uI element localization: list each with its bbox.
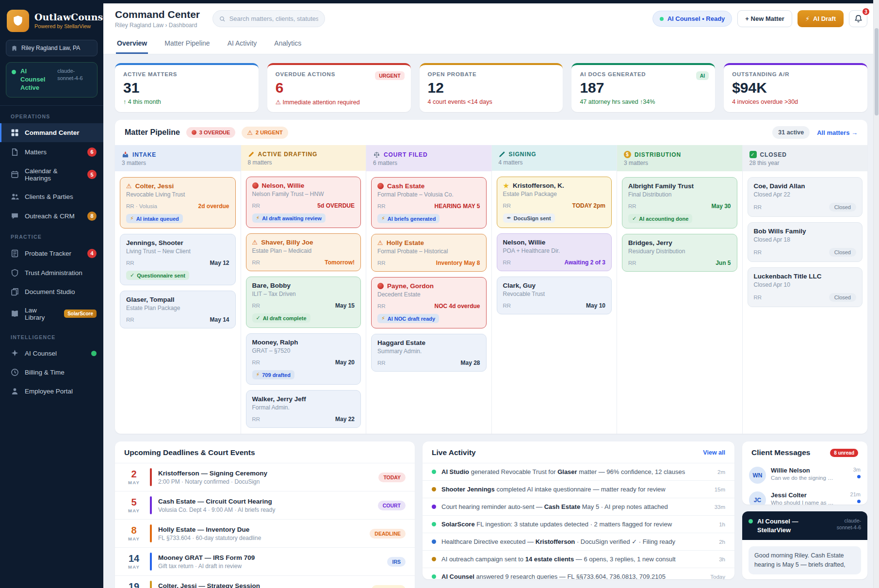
matter-card[interactable]: Payne, Gordon Decedent Estate RR NOC 4d … [371, 277, 487, 328]
sidebar-item-ai-counsel[interactable]: AI Counsel [0, 344, 103, 363]
tab-ai-activity[interactable]: AI Activity [227, 33, 258, 54]
matter-status-badge: ⚡ AI NOC draft ready [377, 314, 439, 323]
matter-card[interactable]: Albright Family Trust Final Distribution… [622, 177, 737, 229]
matter-card[interactable]: Nelson, Willie POA + Healthcare Dir. RR … [497, 233, 612, 271]
matter-card[interactable]: Haggard Estate Summary Admin. RR May 28 [371, 334, 487, 372]
matter-card[interactable]: Glaser, Tompall Estate Plan Package RR M… [120, 291, 236, 328]
notifications-button[interactable]: 3 [849, 10, 867, 27]
tab-matter-pipeline[interactable]: Matter Pipeline [163, 33, 211, 54]
ai-ready-pill[interactable]: AI Counsel • Ready [652, 11, 732, 27]
sidebar-item-matters[interactable]: Matters 6 [0, 142, 103, 162]
ai-status-card[interactable]: AI Counsel Active claude-sonnet-4-6 [6, 62, 98, 98]
tab-overview[interactable]: Overview [116, 33, 148, 54]
search-input[interactable] [229, 15, 318, 22]
deadline-row[interactable]: 2 MAY Kristofferson — Signing Ceremony 2… [115, 463, 415, 491]
kpi-card[interactable]: OUTSTANDING A/R $94K 4 invoices overdue … [724, 63, 867, 112]
matter-card[interactable]: ⚠ Holly Estate Formal Probate – Historic… [371, 234, 487, 272]
sidebar-item-label: Clients & Parties [25, 193, 73, 200]
sidebar-item-employee-portal[interactable]: Employee Portal [0, 382, 103, 401]
matter-card[interactable]: ⚠ Shaver, Billy Joe Estate Plan – Medica… [246, 233, 361, 271]
sidebar-item-document-studio[interactable]: Document Studio [0, 282, 103, 301]
pipeline-column-closed: ✓CLOSED 28 this year Coe, David Allan C [742, 145, 868, 434]
right-column: Client Messages 8 unread WN Willie Nelso… [742, 441, 867, 579]
deadline-list: 2 MAY Kristofferson — Signing Ceremony 2… [115, 463, 415, 588]
matter-due: May 28 [460, 359, 480, 366]
view-all-link[interactable]: View all [703, 449, 725, 456]
list-icon [11, 249, 19, 258]
matter-card[interactable]: Cash Estate Formal Probate – Volusia Co.… [371, 177, 487, 229]
pen-icon [499, 151, 505, 158]
sidebar-item-probate-tracker[interactable]: Probate Tracker 4 [0, 244, 103, 263]
sidebar-item-command-center[interactable]: Command Center [0, 123, 103, 142]
activity-row[interactable]: Healthcare Directive executed — Kristoff… [423, 533, 734, 550]
tab-analytics[interactable]: Analytics [273, 33, 302, 54]
matter-card[interactable]: Clark, Guy Revocable Trust RR May 10 [497, 277, 612, 314]
new-matter-button[interactable]: + New Matter [737, 10, 792, 27]
message-row[interactable]: WN Willie Nelson Can we do the signing n… [742, 463, 867, 488]
pencil-icon [248, 151, 255, 158]
scrollbar[interactable] [873, 0, 879, 588]
sidebar-item-outreach-crm[interactable]: Outreach & CRM 8 [0, 206, 103, 226]
deadline-row[interactable]: 19 MAY Colter, Jessi — Strategy Session … [115, 575, 415, 588]
matter-attorney: RR [628, 260, 636, 266]
matter-attorney: RR [754, 204, 762, 210]
column-count: 3 matters [122, 160, 234, 166]
deadline-date: 5 MAY [124, 497, 144, 513]
sidebar: OutlawCounsel Powered by StellarView Ril… [0, 0, 103, 588]
matter-due: Inventory May 8 [436, 260, 480, 266]
sidebar-item-billing-time[interactable]: Billing & Time [0, 363, 103, 382]
matter-card[interactable]: Bare, Bobby ILIT – Tax Driven RR May 15 … [246, 277, 361, 328]
matter-card[interactable]: Jennings, Shooter Living Trust – New Cli… [120, 234, 236, 285]
scrollbar-thumb[interactable] [875, 28, 879, 115]
unread-dot-icon [857, 475, 861, 478]
matter-attorney: RR [252, 359, 260, 365]
kpi-card[interactable]: OPEN PROBATE 12 4 court events <14 days [420, 63, 563, 112]
matter-card[interactable]: Coe, David Allan Closed Apr 22 RR Closed [748, 177, 863, 217]
kpi-card[interactable]: AI DOCS GENERATED 187 47 attorney hrs sa… [571, 63, 715, 112]
ai-counsel-chat-panel: AI Counsel — StellarView claude-sonnet-4… [742, 511, 867, 579]
activity-row[interactable]: Court hearing reminder auto-sent — Cash … [423, 498, 734, 515]
deadline-row[interactable]: 8 MAY Holly Estate — Inventory Due FL §7… [115, 519, 415, 547]
matter-card[interactable]: Walker, Jerry Jeff Formal Admin. RR May … [246, 390, 361, 428]
matter-status-badge: ✓ AI draft complete [252, 313, 310, 323]
deadline-color-bar [150, 496, 152, 514]
sidebar-item-calendar-hearings[interactable]: Calendar & Hearings 5 [0, 162, 103, 187]
matter-subtitle: Revocable Living Trust [126, 191, 229, 198]
column-title: SIGNING [509, 151, 537, 158]
kpi-label: AI DOCS GENERATED [580, 71, 707, 77]
activity-row[interactable]: AI Studio generated Revocable Trust for … [423, 463, 734, 480]
activity-row[interactable]: SolarScore FL ingestion: 3 statute updat… [423, 515, 734, 533]
activity-row[interactable]: AI outreach campaign sent to 14 estate c… [423, 550, 734, 568]
activity-text: Court hearing reminder auto-sent — Cash … [441, 503, 703, 510]
deadline-row[interactable]: 14 MAY Mooney GRAT — IRS Form 709 Gift t… [115, 547, 415, 575]
matter-card[interactable]: Mooney, Ralph GRAT – §7520 RR May 20 ⚡ [246, 333, 361, 385]
global-search[interactable] [212, 10, 325, 27]
activity-row[interactable]: AI Counsel answered 9 research queries —… [423, 568, 734, 579]
matter-attorney: RR [252, 203, 260, 209]
matter-card[interactable]: Luckenbach Title LLC Closed Apr 10 RR Cl… [748, 267, 863, 307]
kpi-tag-badge: URGENT [375, 71, 404, 80]
sidebar-item-trust-administration[interactable]: Trust Administration [0, 263, 103, 282]
activity-title: Live Activity [432, 448, 476, 457]
all-matters-link[interactable]: All matters → [817, 129, 858, 136]
activity-time: 15m [709, 487, 725, 492]
matter-card[interactable]: Bridges, Jerry Residuary Distribution RR… [622, 234, 737, 272]
kpi-card[interactable]: ACTIVE MATTERS 31 ↑ 4 this month [115, 63, 259, 112]
matter-card[interactable]: Bob Wills Family Closed Apr 18 RR Closed [748, 222, 863, 262]
matter-card[interactable]: ⚠ Colter, Jessi Revocable Living Trust R… [120, 177, 236, 229]
matter-card[interactable]: ★ Kristofferson, K. Estate Plan Package … [497, 177, 612, 228]
deadline-row[interactable]: 5 MAY Cash Estate — Circuit Court Hearin… [115, 491, 415, 519]
matter-title: Payne, Gordon [387, 282, 434, 290]
client-name: Jessi Colter [771, 491, 835, 499]
firm-selector[interactable]: Riley Ragland Law, PA [6, 40, 98, 56]
matter-card[interactable]: Nelson, Willie Nelson Family Trust – HNW… [246, 177, 361, 228]
pipeline-columns: INTAKE 3 matters ⚠ [115, 145, 867, 434]
sidebar-item-clients-parties[interactable]: Clients & Parties [0, 187, 103, 206]
ai-draft-button[interactable]: ⚡ AI Draft [798, 10, 844, 27]
sidebar-item-law-library[interactable]: Law Library SolarScore [0, 301, 103, 327]
kpi-card[interactable]: OVERDUE ACTIONS 6 ⚠ Immediate attention … [267, 63, 411, 112]
activity-row[interactable]: Shooter Jennings completed AI intake que… [423, 480, 734, 498]
active-dot-badge [91, 351, 97, 356]
matter-status-badge: ✒ DocuSign sent [503, 213, 555, 223]
message-row[interactable]: JC Jessi Colter Who should I name as suc… [742, 488, 867, 505]
